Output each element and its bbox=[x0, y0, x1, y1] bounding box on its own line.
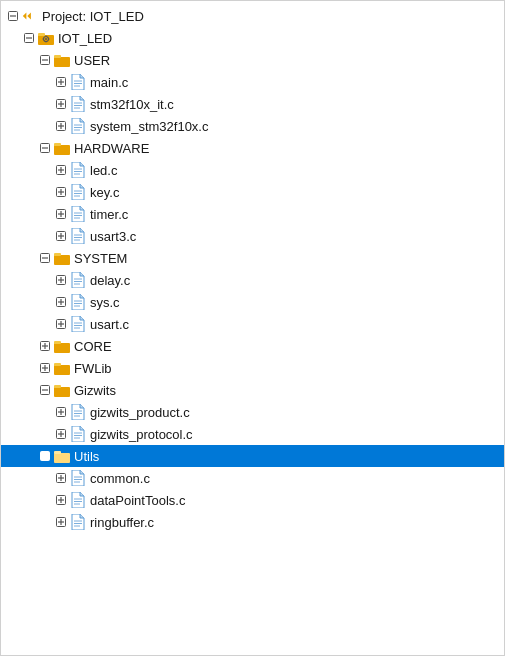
tree-item-hardware-folder[interactable]: HARDWARE bbox=[1, 137, 504, 159]
svg-rect-94 bbox=[54, 365, 70, 375]
expand-icon-delay-c[interactable] bbox=[53, 272, 69, 288]
file-icon bbox=[69, 470, 87, 486]
folder-icon bbox=[53, 382, 71, 398]
tree-item-system-stm32[interactable]: system_stm32f10x.c bbox=[1, 115, 504, 137]
tree-item-user-folder[interactable]: USER bbox=[1, 49, 504, 71]
tree-item-gizwits-product[interactable]: gizwits_product.c bbox=[1, 401, 504, 423]
file-icon bbox=[69, 206, 87, 222]
file-icon bbox=[69, 228, 87, 244]
item-label-system-folder: SYSTEM bbox=[74, 251, 127, 266]
tree-item-sys-c[interactable]: sys.c bbox=[1, 291, 504, 313]
expand-icon-main-c[interactable] bbox=[53, 74, 69, 90]
item-label-gizwits-product: gizwits_product.c bbox=[90, 405, 190, 420]
tree-item-core-folder[interactable]: CORE bbox=[1, 335, 504, 357]
tree-item-main-c[interactable]: main.c bbox=[1, 71, 504, 93]
expand-icon-usart-c[interactable] bbox=[53, 316, 69, 332]
svg-rect-67 bbox=[54, 253, 61, 256]
expand-icon-fwlib-folder[interactable] bbox=[37, 360, 53, 376]
expand-icon-ringbuffer-c[interactable] bbox=[53, 514, 69, 530]
tree-item-utils-folder[interactable]: Utils bbox=[1, 445, 504, 467]
file-icon bbox=[69, 492, 87, 508]
file-icon bbox=[69, 96, 87, 112]
expand-icon-project-root[interactable] bbox=[5, 8, 21, 24]
file-icon bbox=[69, 294, 87, 310]
expand-icon-usart3-c[interactable] bbox=[53, 228, 69, 244]
tree-item-iot-led-root[interactable]: IOT_LED bbox=[1, 27, 504, 49]
tree-item-gizwits-folder[interactable]: Gizwits bbox=[1, 379, 504, 401]
project-icon bbox=[21, 8, 39, 24]
gear-folder-icon bbox=[37, 30, 55, 46]
svg-rect-114 bbox=[54, 453, 70, 463]
svg-rect-38 bbox=[54, 145, 70, 155]
expand-icon-timer-c[interactable] bbox=[53, 206, 69, 222]
expand-icon-key-c[interactable] bbox=[53, 184, 69, 200]
tree-item-ringbuffer-c[interactable]: ringbuffer.c bbox=[1, 511, 504, 533]
tree-item-timer-c[interactable]: timer.c bbox=[1, 203, 504, 225]
expand-icon-gizwits-product[interactable] bbox=[53, 404, 69, 420]
file-icon bbox=[69, 514, 87, 530]
item-label-key-c: key.c bbox=[90, 185, 119, 200]
tree-item-project-root[interactable]: Project: IOT_LED bbox=[1, 5, 504, 27]
expand-icon-user-folder[interactable] bbox=[37, 52, 53, 68]
expand-icon-common-c[interactable] bbox=[53, 470, 69, 486]
svg-rect-98 bbox=[54, 387, 70, 397]
expand-icon-led-c[interactable] bbox=[53, 162, 69, 178]
expand-icon-sys-c[interactable] bbox=[53, 294, 69, 310]
file-icon bbox=[69, 404, 87, 420]
tree-item-common-c[interactable]: common.c bbox=[1, 467, 504, 489]
expand-icon-core-folder[interactable] bbox=[37, 338, 53, 354]
svg-point-9 bbox=[45, 38, 47, 40]
tree-item-key-c[interactable]: key.c bbox=[1, 181, 504, 203]
item-label-sys-c: sys.c bbox=[90, 295, 120, 310]
svg-rect-17 bbox=[54, 55, 61, 58]
item-label-common-c: common.c bbox=[90, 471, 150, 486]
tree-item-fwlib-folder[interactable]: FWLib bbox=[1, 357, 504, 379]
item-label-project-root: Project: IOT_LED bbox=[42, 9, 144, 24]
item-label-iot-led-root: IOT_LED bbox=[58, 31, 112, 46]
svg-rect-99 bbox=[54, 385, 61, 388]
svg-rect-95 bbox=[54, 363, 61, 366]
expand-icon-system-stm32[interactable] bbox=[53, 118, 69, 134]
tree-item-gizwits-protocol[interactable]: gizwits_protocol.c bbox=[1, 423, 504, 445]
tree-item-usart3-c[interactable]: usart3.c bbox=[1, 225, 504, 247]
expand-icon-utils-folder[interactable] bbox=[37, 448, 53, 464]
item-label-stm32f10x-it: stm32f10x_it.c bbox=[90, 97, 174, 112]
expand-icon-stm32f10x-it[interactable] bbox=[53, 96, 69, 112]
tree-item-datapoint-c[interactable]: dataPointTools.c bbox=[1, 489, 504, 511]
item-label-usart-c: usart.c bbox=[90, 317, 129, 332]
item-label-datapoint-c: dataPointTools.c bbox=[90, 493, 185, 508]
svg-rect-39 bbox=[54, 143, 61, 146]
item-label-hardware-folder: HARDWARE bbox=[74, 141, 149, 156]
expand-icon-datapoint-c[interactable] bbox=[53, 492, 69, 508]
item-label-timer-c: timer.c bbox=[90, 207, 128, 222]
tree-item-delay-c[interactable]: delay.c bbox=[1, 269, 504, 291]
expand-icon-gizwits-protocol[interactable] bbox=[53, 426, 69, 442]
tree-item-system-folder[interactable]: SYSTEM bbox=[1, 247, 504, 269]
file-icon bbox=[69, 426, 87, 442]
file-icon bbox=[69, 184, 87, 200]
item-label-gizwits-protocol: gizwits_protocol.c bbox=[90, 427, 193, 442]
file-tree[interactable]: Project: IOT_LED IOT_LED USER bbox=[0, 0, 505, 656]
folder-icon bbox=[53, 338, 71, 354]
folder-icon bbox=[53, 448, 71, 464]
expand-icon-gizwits-folder[interactable] bbox=[37, 382, 53, 398]
svg-rect-89 bbox=[54, 343, 70, 353]
item-label-main-c: main.c bbox=[90, 75, 128, 90]
file-icon bbox=[69, 118, 87, 134]
svg-rect-16 bbox=[54, 57, 70, 67]
expand-icon-system-folder[interactable] bbox=[37, 250, 53, 266]
item-label-led-c: led.c bbox=[90, 163, 117, 178]
item-label-system-stm32: system_stm32f10x.c bbox=[90, 119, 209, 134]
file-icon bbox=[69, 316, 87, 332]
tree-item-stm32f10x-it[interactable]: stm32f10x_it.c bbox=[1, 93, 504, 115]
svg-marker-2 bbox=[23, 12, 27, 19]
expand-icon-hardware-folder[interactable] bbox=[37, 140, 53, 156]
item-label-core-folder: CORE bbox=[74, 339, 112, 354]
tree-item-led-c[interactable]: led.c bbox=[1, 159, 504, 181]
item-label-usart3-c: usart3.c bbox=[90, 229, 136, 244]
file-icon bbox=[69, 74, 87, 90]
expand-icon-iot-led-root[interactable] bbox=[21, 30, 37, 46]
folder-icon bbox=[53, 360, 71, 376]
svg-rect-66 bbox=[54, 255, 70, 265]
tree-item-usart-c[interactable]: usart.c bbox=[1, 313, 504, 335]
